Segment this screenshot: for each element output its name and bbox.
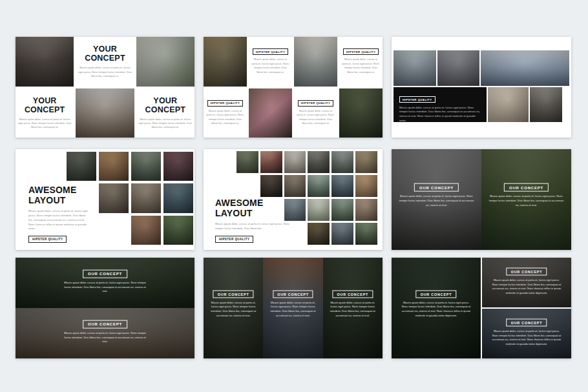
concept-block: OUR CONCEPT Mauris quam dolor, cursus at…	[487, 180, 565, 207]
concept-body: Mauris quam dolor, cursus at porta et, l…	[398, 194, 476, 207]
concept-body: Mauris quam dolor, cursus at porta et, l…	[490, 329, 563, 346]
concept-block: OUR CONCEPT Mauris quam dolor, cursus at…	[397, 286, 475, 318]
photo-brown-bear	[99, 152, 129, 181]
concept-body: Mauris quam dolor, cursus at porta et, l…	[63, 280, 148, 293]
concept-block: OUR CONCEPT Mauris quam dolor, cursus at…	[26, 316, 184, 344]
slide-your-concept-grid: YOUR CONCEPT Mauris quam dolor, cursus a…	[16, 37, 194, 138]
photo-road-walker	[131, 152, 161, 181]
photo-lake-swimmer	[308, 175, 330, 197]
slide-our-concept-split: OUR CONCEPT Mauris quam dolor, cursus at…	[392, 149, 571, 250]
hipster-quality-button: HIPSTER QUALITY	[28, 236, 67, 243]
slide-title: YOUR CONCEPT	[81, 45, 128, 63]
photo-book-holder	[488, 87, 529, 123]
photo-camper-van	[136, 37, 194, 87]
concept-block: OUR CONCEPT Mauris quam dolor, cursus at…	[207, 286, 260, 318]
text-cell: HIPSTER QUALITY Mauris quam dolor, cursu…	[249, 37, 292, 87]
body-text: Mauris quam dolor, cursus at porta et, l…	[138, 118, 193, 130]
photo-forest-path	[355, 223, 377, 245]
photo-blonde-hat-woman	[204, 37, 247, 87]
concept-block: OUR CONCEPT Mauris quam dolor, cursus at…	[326, 286, 379, 318]
concept-title: OUR CONCEPT	[213, 290, 254, 298]
photo-autumn-person	[355, 151, 377, 173]
concept-block: OUR CONCEPT Mauris quam dolor, cursus at…	[267, 286, 319, 318]
slide-our-concept-mixed: OUR CONCEPT Mauris quam dolor, cursus at…	[392, 258, 571, 358]
photo-hands-up-woman	[99, 183, 129, 212]
body-text: Mauris quam dolor, cursus at porta et, l…	[215, 222, 291, 231]
text-cell: HIPSTER QUALITY Mauris quam dolor, cursu…	[204, 88, 247, 138]
intro-block: AWESOME LAYOUT Mauris quam dolor, cursus…	[215, 198, 291, 243]
concept-title: OUR CONCEPT	[83, 320, 127, 328]
photo-snowy-road: OUR CONCEPT Mauris quam dolor, cursus at…	[392, 149, 481, 250]
photo-portrait-woman	[260, 151, 282, 173]
slide-hipster-quality-grid: HIPSTER QUALITY Mauris quam dolor, cursu…	[204, 37, 383, 138]
photo-lake-gazer-woman: OUR CONCEPT Mauris quam dolor, cursus at…	[482, 309, 571, 358]
slide-title: AWESOME LAYOUT	[215, 198, 291, 218]
photo-street-scooter	[355, 199, 377, 221]
photo-cornfield-woman	[163, 216, 193, 245]
photo-forest-road: OUR CONCEPT Mauris quam dolor, cursus at…	[16, 258, 194, 308]
photo-staircase-grid	[67, 152, 193, 245]
photo-beach-boardwalk: OUR CONCEPT Mauris quam dolor, cursus at…	[16, 308, 194, 358]
photo-mountain-peak	[481, 50, 569, 86]
body-text: Mauris quam dolor, cursus at porta et, l…	[297, 109, 335, 126]
photo-misty-forest	[331, 199, 353, 221]
photo-camera-woman: OUR CONCEPT Mauris quam dolor, cursus at…	[263, 258, 322, 358]
tag-hipster-quality: HIPSTER QUALITY	[399, 96, 436, 103]
hipster-quality-button: HIPSTER QUALITY	[215, 236, 253, 243]
photo-bicycle-rider	[284, 151, 306, 173]
photo-floral-shoes	[249, 88, 292, 138]
photo-field-hat-man: OUR CONCEPT Mauris quam dolor, cursus at…	[392, 258, 481, 358]
concept-title: OUR CONCEPT	[416, 290, 457, 298]
caption-panel: HIPSTER QUALITY Mauris quam dolor, cursu…	[394, 87, 487, 123]
tag-hipster-quality: HIPSTER QUALITY	[343, 48, 379, 55]
photo-dark-portrait	[260, 175, 282, 197]
concept-title: OUR CONCEPT	[507, 267, 547, 275]
slide-title: YOUR CONCEPT	[21, 96, 68, 114]
concept-title: OUR CONCEPT	[507, 318, 547, 326]
concept-block: OUR CONCEPT Mauris quam dolor, cursus at…	[487, 315, 565, 346]
concept-block: OUR CONCEPT Mauris quam dolor, cursus at…	[26, 266, 184, 294]
concept-body: Mauris quam dolor, cursus at porta et, l…	[488, 194, 565, 207]
photo-swimming-dog	[131, 183, 161, 212]
body-text: Mauris quam dolor, cursus at porta et, l…	[17, 118, 72, 130]
photo-waterfall-hiker	[16, 37, 74, 87]
concept-title: OUR CONCEPT	[504, 183, 549, 192]
body-text: Mauris quam dolor, cursus at porta et, l…	[78, 66, 132, 78]
slide-our-concept-stacked: OUR CONCEPT Mauris quam dolor, cursus at…	[16, 258, 194, 358]
photo-skateboarder	[331, 223, 353, 245]
photo-curly-hair-woman	[339, 88, 383, 138]
photo-city-traffic	[437, 50, 479, 86]
text-cell: YOUR CONCEPT Mauris quam dolor, cursus a…	[76, 37, 134, 87]
concept-title: OUR CONCEPT	[414, 183, 459, 192]
photo-lantern-garden-path: OUR CONCEPT Mauris quam dolor, cursus at…	[481, 149, 571, 250]
photo-forest-hoodie-man: OUR CONCEPT Mauris quam dolor, cursus at…	[204, 258, 263, 358]
photo-waterfall-walker	[530, 87, 562, 123]
slide-awesome-layout-1: AWESOME LAYOUT Mauris quam dolor, cursus…	[16, 149, 194, 250]
photo-resting-person	[284, 175, 306, 197]
tag-hipster-quality: HIPSTER QUALITY	[253, 48, 289, 55]
photo-lake-woman	[394, 50, 436, 86]
text-cell: HIPSTER QUALITY Mauris quam dolor, cursu…	[294, 88, 337, 138]
photo-crouching-person	[308, 151, 330, 173]
body-text: Mauris quam dolor, cursus at porta et, l…	[252, 57, 289, 74]
text-cell: YOUR CONCEPT Mauris quam dolor, cursus a…	[16, 88, 74, 138]
photo-yellow-bag-person	[308, 223, 330, 245]
slide-hipster-quality-banner: HIPSTER QUALITY Mauris quam dolor, cursu…	[392, 37, 571, 138]
photo-hooded-figure	[67, 152, 96, 181]
photo-white-top-person	[308, 199, 330, 221]
text-cell: HIPSTER QUALITY Mauris quam dolor, cursu…	[339, 37, 383, 87]
photo-beanie-person	[294, 37, 337, 87]
concept-body: Mauris quam dolor, cursus at porta et, l…	[490, 278, 563, 295]
photo-forest-couple	[236, 151, 258, 173]
body-text: Mauris quam dolor, cursus at porta et, l…	[399, 106, 481, 124]
concept-title: OUR CONCEPT	[273, 290, 313, 298]
concept-title: OUR CONCEPT	[83, 269, 127, 278]
photo-embracing-couple	[163, 152, 193, 181]
concept-block: OUR CONCEPT Mauris quam dolor, cursus at…	[487, 263, 565, 295]
photo-water-reflection	[331, 175, 353, 197]
concept-title: OUR CONCEPT	[332, 290, 373, 298]
tag-hipster-quality: HIPSTER QUALITY	[207, 100, 244, 107]
photo-stone-cottage-doors: OUR CONCEPT Mauris quam dolor, cursus at…	[482, 258, 571, 307]
photo-smiling-woman: OUR CONCEPT Mauris quam dolor, cursus at…	[323, 258, 383, 358]
photo-shipwreck	[76, 88, 134, 138]
